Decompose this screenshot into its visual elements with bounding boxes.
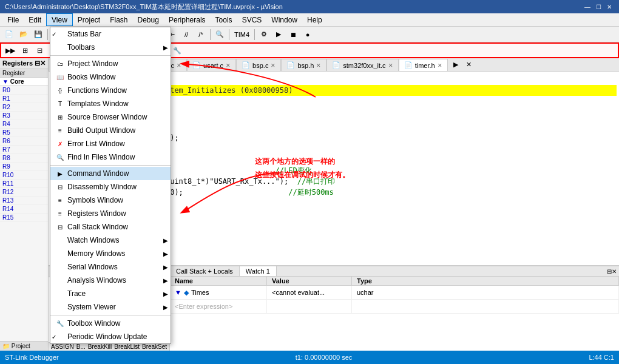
menu-project-window[interactable]: 🗂 Project Window <box>50 57 171 70</box>
menu-debug[interactable]: Debug <box>133 13 164 26</box>
project-tab[interactable]: 📁 Project <box>0 341 48 351</box>
reg-r12: R12 <box>0 188 48 197</box>
sep2 <box>50 165 171 166</box>
memory-windows-arrow: ▶ <box>163 251 168 257</box>
menu-source-browser[interactable]: ⊞ Source Browser Window <box>50 110 171 124</box>
tab-bsph[interactable]: 📄 bsp.h ✕ <box>281 59 326 71</box>
reg-r14: R14 <box>0 205 48 214</box>
menu-edit[interactable]: Edit <box>24 13 46 26</box>
watch-tab-watch1[interactable]: Watch 1 <box>240 266 277 276</box>
titlebar-controls[interactable]: — ☐ ✕ <box>583 2 614 12</box>
tb-open[interactable]: 📂 <box>17 28 30 41</box>
toolbars-arrow: ▶ <box>163 44 168 51</box>
menu-toolbars[interactable]: Toolbars ▶ <box>50 41 171 54</box>
menu-registers[interactable]: ≡ Registers Window <box>50 207 171 220</box>
reg-r3: R3 <box>0 112 48 120</box>
reg-r4: R4 <box>0 120 48 129</box>
reg-r0: R0 <box>0 86 48 95</box>
menu-functions-window[interactable]: {} Functions Window <box>50 84 171 97</box>
menu-disassembly[interactable]: ⊟ Disassembly Window <box>50 180 171 194</box>
analysis-windows-arrow: ▶ <box>163 277 168 284</box>
tb2-debug1[interactable]: ▶▶ <box>4 44 17 57</box>
tb2-debug11[interactable]: 🔧 <box>171 44 184 57</box>
menu-svcs[interactable]: SVCS <box>237 13 267 26</box>
titlebar: C:\Users\Administrator\Desktop\STM32F0xx… <box>0 0 619 13</box>
tab-bspc[interactable]: 📄 bsp.c ✕ <box>236 59 281 71</box>
tab-scroll-right[interactable]: ▶ <box>449 58 462 71</box>
close-button[interactable]: ✕ <box>604 2 614 12</box>
tab-close-bsph[interactable]: ✕ <box>316 62 321 69</box>
menu-project[interactable]: Project <box>73 13 105 26</box>
menu-status-bar[interactable]: Status Bar <box>50 27 171 41</box>
watch-times-type: uchar <box>352 286 619 299</box>
tb-save[interactable]: 💾 <box>32 28 45 41</box>
menu-peripherals[interactable]: Peripherals <box>164 13 211 26</box>
menu-analysis-windows[interactable]: Analysis Windows ▶ <box>50 274 171 287</box>
watch-content: ▼ ◆ Times <cannot evaluat... uchar <Ente… <box>170 286 619 351</box>
tab-close-stm32it[interactable]: ✕ <box>388 62 393 69</box>
reg-r6: R6 <box>0 137 48 146</box>
watch-tab-callstack[interactable]: Call Stack + Locals <box>170 266 240 276</box>
tab-stm32it[interactable]: 📄 stm32f0xx_it.c ✕ <box>326 59 398 71</box>
watch-enter-name[interactable]: <Enter expression> <box>170 300 267 313</box>
tb-new[interactable]: 📄 <box>2 28 16 41</box>
tb-sep6 <box>229 29 229 40</box>
menu-system-viewer[interactable]: System Viewer ▶ <box>50 300 171 314</box>
menubar: File Edit View Project Flash Debug Perip… <box>0 13 619 27</box>
menu-toolbox-window[interactable]: 🔧 Toolbox Window <box>50 317 171 330</box>
toolbox-window-icon: 🔧 <box>55 318 65 328</box>
menu-window[interactable]: Window <box>266 13 302 26</box>
menu-tools[interactable]: Tools <box>211 13 237 26</box>
menu-flash[interactable]: Flash <box>105 13 132 26</box>
tb-comment[interactable]: // <box>180 28 193 41</box>
menu-command-window[interactable]: ▶ Command Window <box>50 167 171 180</box>
menu-symbols[interactable]: ≡ Symbols Window <box>50 194 171 207</box>
menu-books-window[interactable]: 📖 Books Window <box>50 70 171 84</box>
functions-window-icon: {} <box>55 86 65 95</box>
tb-stop[interactable]: ⏹ <box>286 28 300 41</box>
watch-enter-value <box>267 300 352 313</box>
trace-icon <box>55 289 65 298</box>
menu-watch-windows[interactable]: Watch Windows ▶ <box>50 234 171 247</box>
menu-call-stack[interactable]: ⊟ Call Stack Window <box>50 220 171 234</box>
menu-memory-windows[interactable]: Memory Windows ▶ <box>50 247 171 260</box>
tb-build[interactable]: ⚙ <box>257 28 271 41</box>
tab-close-usart[interactable]: ✕ <box>226 62 231 69</box>
tab-close-timerh[interactable]: ✕ <box>438 62 442 69</box>
menu-error-list[interactable]: ✗ Error List Window <box>50 137 171 150</box>
memory-windows-icon <box>55 249 65 258</box>
maximize-button[interactable]: ☐ <box>594 2 603 12</box>
reg-r5: R5 <box>0 129 48 137</box>
titlebar-title: C:\Users\Administrator\Desktop\STM32F0xx… <box>5 2 283 12</box>
watch-col-value: Value <box>267 277 352 285</box>
serial-windows-icon <box>55 262 65 272</box>
menu-serial-windows[interactable]: Serial Windows ▶ <box>50 260 171 274</box>
tab-close-timer[interactable]: ✕ <box>177 62 181 69</box>
menu-templates-window[interactable]: T Templates Window <box>50 97 171 110</box>
tb-sep1 <box>47 29 48 40</box>
tab-usart[interactable]: 📄 usart.c ✕ <box>187 59 236 71</box>
tb-find[interactable]: 🔍 <box>213 28 226 41</box>
menu-file[interactable]: File <box>2 13 24 26</box>
tab-close-all[interactable]: ✕ <box>462 58 476 71</box>
statusbar-middle: t1: 0.00000000 sec <box>296 354 353 361</box>
tab-timerh[interactable]: 📄 timer.h ✕ <box>399 59 448 71</box>
tb-run[interactable]: ▶ <box>272 28 285 41</box>
menu-build-output[interactable]: ≡ Build Output Window <box>50 124 171 137</box>
menu-find-files[interactable]: 🔍 Find In Files Window <box>50 150 171 164</box>
trace-arrow: ▶ <box>163 291 168 297</box>
minimize-button[interactable]: — <box>583 2 592 12</box>
menu-view[interactable]: View <box>46 13 73 26</box>
menu-help[interactable]: Help <box>302 13 327 26</box>
watch-row-enter[interactable]: <Enter expression> <box>170 300 619 314</box>
menu-trace[interactable]: Trace ▶ <box>50 287 171 300</box>
menu-periodic-update[interactable]: Periodic Window Update <box>50 330 171 343</box>
tb2-debug3[interactable]: ⊟ <box>33 44 46 57</box>
tb-uncomment[interactable]: /* <box>194 28 208 41</box>
reg-r7: R7 <box>0 146 48 154</box>
tb-sep5 <box>210 29 211 40</box>
reg-r9: R9 <box>0 163 48 171</box>
tb-breakpoint[interactable]: ● <box>301 28 314 41</box>
tb2-debug2[interactable]: ⊞ <box>18 44 32 57</box>
tab-close-bspc[interactable]: ✕ <box>271 62 276 69</box>
